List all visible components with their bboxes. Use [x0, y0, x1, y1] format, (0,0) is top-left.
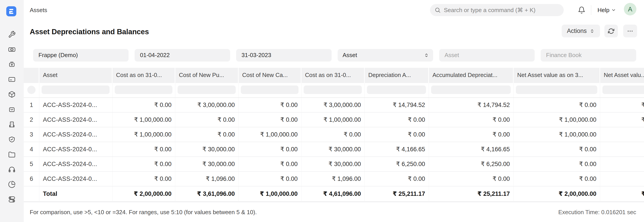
column-filter-input[interactable]: [602, 86, 644, 94]
column-filter-input[interactable]: [367, 86, 426, 94]
column-filter-input[interactable]: [516, 86, 597, 94]
group-by-select[interactable]: Asset: [338, 49, 433, 62]
amount-cell[interactable]: ₹ 0.00: [429, 113, 514, 127]
to-date-input[interactable]: [241, 52, 328, 59]
more-menu-button[interactable]: [623, 25, 637, 37]
column-header[interactable]: Cost as on 31-0...: [112, 68, 175, 83]
search-input[interactable]: [444, 7, 559, 14]
finance-book-filter[interactable]: [541, 49, 636, 62]
column-header[interactable]: Net Asset valu...: [600, 68, 644, 83]
amount-cell[interactable]: ₹ 0.00: [175, 127, 238, 142]
help-menu[interactable]: Help: [598, 0, 616, 20]
from-date-input[interactable]: [140, 52, 226, 59]
finance-book-input[interactable]: [546, 52, 632, 59]
amount-cell[interactable]: ₹ 4,166.65: [429, 142, 514, 156]
amount-cell[interactable]: ₹ 1,00,000.00: [302, 113, 365, 127]
column-header[interactable]: Depreciation A...: [365, 68, 429, 83]
amount-cell[interactable]: ₹ 1,00,000.00: [238, 127, 302, 142]
amount-cell[interactable]: ₹ 0.00: [514, 98, 600, 112]
amount-cell[interactable]: ₹ 30,000.00: [302, 142, 365, 156]
amount-cell[interactable]: ₹ 0.00: [112, 172, 175, 186]
amount-cell[interactable]: [600, 157, 644, 171]
amount-cell[interactable]: ₹ 0.00: [429, 172, 514, 186]
company-filter[interactable]: [33, 49, 128, 62]
column-header[interactable]: Net Asset value as on 3...: [514, 68, 600, 83]
amount-cell[interactable]: ₹ 4,166.65: [365, 142, 429, 156]
credit-card-icon[interactable]: [8, 76, 16, 83]
amount-cell[interactable]: ₹ 0.00: [112, 142, 175, 156]
column-filter-input[interactable]: [241, 86, 298, 94]
amount-cell[interactable]: ₹ 3,00,000.00: [302, 98, 365, 112]
column-filter-input[interactable]: [178, 86, 236, 94]
amount-cell[interactable]: ₹ 0.00: [365, 172, 429, 186]
amount-cell[interactable]: ₹ 0.00: [514, 172, 600, 186]
asset-id-cell[interactable]: ACC-ASS-2024-0...: [39, 113, 112, 127]
column-filter-input[interactable]: [42, 86, 110, 94]
amount-cell[interactable]: ₹ 0.00: [238, 142, 302, 156]
refresh-button[interactable]: [604, 25, 618, 37]
column-filter-input[interactable]: [431, 86, 511, 94]
to-date-filter[interactable]: [236, 49, 332, 62]
amount-cell[interactable]: ₹ 1,096.00: [302, 172, 365, 186]
asset-id-cell[interactable]: ACC-ASS-2024-0...: [39, 142, 112, 156]
asset-filter-input[interactable]: [444, 52, 531, 59]
amount-cell[interactable]: ₹ 1,00,000.00: [514, 127, 600, 142]
column-header[interactable]: Cost of New Ca...: [238, 68, 302, 83]
headphones-icon[interactable]: [8, 166, 16, 173]
amount-cell[interactable]: [600, 172, 644, 186]
money-icon[interactable]: [8, 46, 16, 53]
amount-cell[interactable]: ₹ 0.00: [238, 157, 302, 171]
amount-cell[interactable]: ₹ 6,250.00: [365, 157, 429, 171]
folder-icon[interactable]: [8, 151, 16, 158]
amount-cell[interactable]: ₹ 0.00: [429, 127, 514, 142]
amount-cell[interactable]: ₹ 1,096.00: [175, 172, 238, 186]
building-icon[interactable]: [8, 121, 16, 128]
amount-cell[interactable]: ₹ 14,794.52: [365, 98, 429, 112]
cash-register-icon[interactable]: [8, 61, 16, 68]
amount-cell[interactable]: ₹ 30,000.00: [175, 157, 238, 171]
amount-cell[interactable]: ₹ 0.00: [365, 113, 429, 127]
column-header[interactable]: Asset: [39, 68, 112, 83]
column-header[interactable]: Cost of New Pu...: [175, 68, 238, 83]
actions-button[interactable]: Actions: [562, 25, 600, 37]
pie-chart-icon[interactable]: [8, 181, 16, 188]
asset-id-cell[interactable]: ACC-ASS-2024-0...: [39, 157, 112, 171]
amount-cell[interactable]: ₹ 30,000.00: [175, 142, 238, 156]
amount-cell[interactable]: ₹ 0.00: [112, 98, 175, 112]
amount-cell[interactable]: ₹ 1,00,000.00: [112, 127, 175, 142]
breadcrumb[interactable]: Assets: [30, 0, 47, 20]
shopping-bag-icon[interactable]: [8, 106, 16, 113]
amount-cell[interactable]: ₹ 0.00: [238, 98, 302, 112]
global-search[interactable]: [430, 4, 564, 16]
toggles-icon[interactable]: [8, 195, 16, 203]
asset-id-cell[interactable]: ACC-ASS-2024-0...: [39, 172, 112, 186]
shield-check-icon[interactable]: [8, 136, 16, 143]
amount-cell[interactable]: ₹ 0.00: [365, 127, 429, 142]
amount-cell[interactable]: ₹ 1,00,000.00: [112, 113, 175, 127]
amount-cell[interactable]: ₹ 0.00: [238, 113, 302, 127]
from-date-filter[interactable]: [134, 49, 230, 62]
asset-id-cell[interactable]: ACC-ASS-2024-0...: [39, 127, 112, 142]
column-header[interactable]: Cost as on 31-0...: [302, 68, 365, 83]
amount-cell[interactable]: ₹ 0.00: [514, 157, 600, 171]
amount-cell[interactable]: ₹ 3,00,000.00: [175, 98, 238, 112]
amount-cell[interactable]: ₹ 14,794.52: [429, 98, 514, 112]
row-filter-circle[interactable]: [27, 86, 36, 94]
amount-cell[interactable]: [600, 142, 644, 156]
amount-cell[interactable]: [600, 127, 644, 142]
amount-cell[interactable]: ₹ 6,250.00: [429, 157, 514, 171]
asset-id-cell[interactable]: ACC-ASS-2024-0...: [39, 98, 112, 112]
package-icon[interactable]: [8, 91, 16, 98]
column-filter-input[interactable]: [304, 86, 362, 94]
amount-cell[interactable]: ₹ 30,000.00: [302, 157, 365, 171]
asset-filter[interactable]: [439, 49, 535, 62]
company-filter-input[interactable]: [38, 52, 124, 59]
amount-cell[interactable]: ₹ 0.00: [514, 142, 600, 156]
amount-cell[interactable]: ₹ 0.00: [238, 172, 302, 186]
column-header[interactable]: Accumulated Depreciat...: [429, 68, 514, 83]
amount-cell[interactable]: ₹ 0.00: [175, 113, 238, 127]
column-filter-input[interactable]: [115, 86, 172, 94]
amount-cell[interactable]: ₹: [600, 98, 644, 112]
amount-cell[interactable]: ₹ 0.00: [112, 157, 175, 171]
amount-cell[interactable]: ₹ 1,00,000.00: [514, 113, 600, 127]
